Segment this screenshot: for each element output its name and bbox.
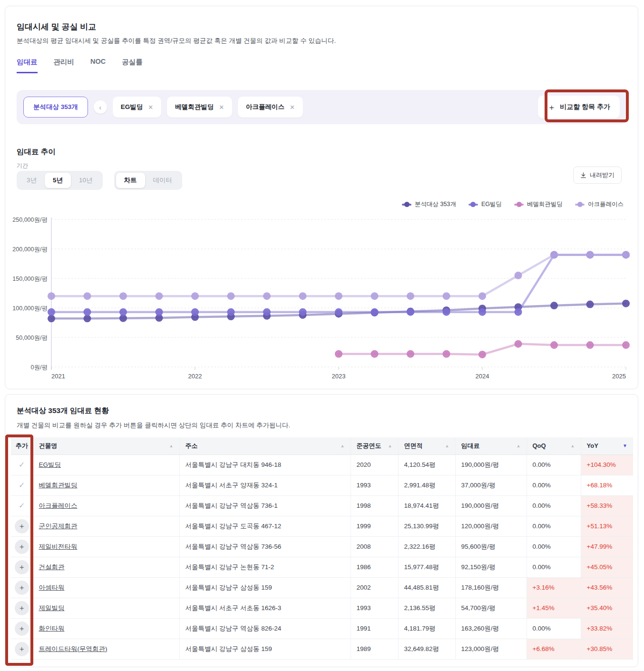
data-point[interactable] [156,292,163,300]
area-cell: 15,977.48평 [398,557,455,577]
column-header-4[interactable]: 준공연도▲ [351,437,398,454]
data-point[interactable] [622,251,630,258]
data-point[interactable] [515,308,522,316]
tab-3[interactable]: NOC [90,58,106,73]
data-point[interactable] [407,292,414,300]
data-point[interactable] [335,350,342,358]
data-point[interactable] [478,351,486,358]
remove-chip-icon[interactable]: ✕ [219,104,224,111]
data-point[interactable] [156,308,163,316]
add-building-button[interactable]: ＋ [15,581,29,595]
sort-asc-icon[interactable]: ▲ [445,444,449,448]
column-header-3[interactable]: 주소▲ [179,437,351,454]
period-option-3년[interactable]: 3년 [19,173,45,188]
add-compare-button[interactable]: ＋ 비교할 항목 추가 [538,96,620,118]
add-building-button[interactable]: ＋ [15,540,29,554]
period-option-5년[interactable]: 5년 [45,173,71,188]
data-point[interactable] [48,308,55,316]
legend-item[interactable]: 베델회관빌딩 [514,200,563,208]
building-name-link[interactable]: 아셈타워 [39,584,65,591]
add-building-button[interactable]: ＋ [15,642,29,656]
data-point[interactable] [84,292,91,300]
building-name-link[interactable]: 화인타워 [39,625,65,632]
data-point[interactable] [299,292,307,300]
building-name-link[interactable]: 제일빌딩 [39,604,65,612]
data-point[interactable] [550,251,558,258]
remove-chip-icon[interactable]: ✕ [290,104,295,111]
data-point[interactable] [586,301,594,308]
data-point[interactable] [119,308,127,316]
add-compare-label: 비교할 항목 추가 [560,103,610,111]
data-point[interactable] [371,350,379,358]
remove-chip-icon[interactable]: ✕ [148,104,153,111]
sort-asc-icon[interactable]: ▲ [517,444,521,448]
column-header-8[interactable]: YoY▼ [581,437,633,454]
data-point[interactable] [84,315,91,322]
data-point[interactable] [586,341,594,349]
download-button[interactable]: 내려받기 [573,167,622,184]
data-point[interactable] [335,308,342,316]
building-name-link[interactable]: 건설회관 [39,563,65,571]
data-point[interactable] [227,308,235,316]
data-point[interactable] [263,308,271,316]
tab-2[interactable]: 관리비 [54,58,75,73]
data-point[interactable] [191,308,199,316]
sort-asc-icon[interactable]: ▲ [571,444,575,448]
data-point[interactable] [443,350,450,358]
year-cell: 1993 [351,598,398,618]
collapse-chevron-button[interactable]: ‹ [94,100,107,114]
data-point[interactable] [48,315,55,322]
building-name-link[interactable]: 제일비전타워 [39,543,78,550]
legend-item[interactable]: 분석대상 353개 [402,200,456,208]
data-point[interactable] [622,300,630,307]
data-point[interactable] [478,308,486,316]
legend-item[interactable]: EG빌딩 [468,200,502,208]
add-building-button[interactable]: ＋ [15,560,29,574]
period-option-10년[interactable]: 10년 [71,173,101,188]
view-option-차트[interactable]: 차트 [116,173,145,188]
column-header-5[interactable]: 연면적▲ [398,437,455,454]
data-point[interactable] [622,341,630,349]
building-name-link[interactable]: 아크플레이스 [39,502,78,509]
data-point[interactable] [371,292,379,300]
data-point[interactable] [550,341,558,349]
sort-asc-icon[interactable]: ▲ [341,444,345,448]
add-building-button[interactable]: ＋ [15,519,29,533]
sort-desc-icon[interactable]: ▼ [623,443,627,448]
building-name-link[interactable]: 트레이드타워(무역회관) [39,645,107,652]
column-header-7[interactable]: QoQ▲ [527,437,581,454]
data-point[interactable] [371,308,379,316]
column-header-6[interactable]: 임대료▲ [455,437,527,454]
legend-item[interactable]: 아크플레이스 [575,200,624,208]
data-point[interactable] [443,292,450,300]
sort-asc-icon[interactable]: ▲ [388,444,392,448]
add-building-button[interactable]: ＋ [15,601,29,615]
building-name-link[interactable]: 군인공제회관 [39,523,78,530]
tab-1[interactable]: 임대료 [17,58,38,73]
data-point[interactable] [443,308,450,316]
data-point[interactable] [227,292,235,300]
data-point[interactable] [478,292,486,300]
data-point[interactable] [191,292,199,300]
data-point[interactable] [550,302,558,309]
data-point[interactable] [263,292,271,300]
view-option-데이터[interactable]: 데이터 [145,173,181,188]
analysis-target-button[interactable]: 분석대상 353개 [23,97,88,118]
column-header-2[interactable]: 건물명▲ [33,437,179,454]
data-point[interactable] [119,292,127,300]
data-point[interactable] [299,308,307,316]
tab-4[interactable]: 공실률 [122,58,143,73]
data-point[interactable] [48,292,55,300]
sort-asc-icon[interactable]: ▲ [169,444,174,448]
data-point[interactable] [515,272,522,279]
building-name-link[interactable]: EG빌딩 [39,461,61,468]
data-point[interactable] [515,340,522,348]
data-point[interactable] [407,350,414,358]
add-cell: ＋ [11,557,33,577]
building-name-link[interactable]: 베델회관빌딩 [39,482,78,489]
add-building-button[interactable]: ＋ [15,622,29,636]
data-point[interactable] [586,251,594,258]
data-point[interactable] [335,292,342,300]
data-point[interactable] [84,308,91,316]
data-point[interactable] [407,308,414,316]
